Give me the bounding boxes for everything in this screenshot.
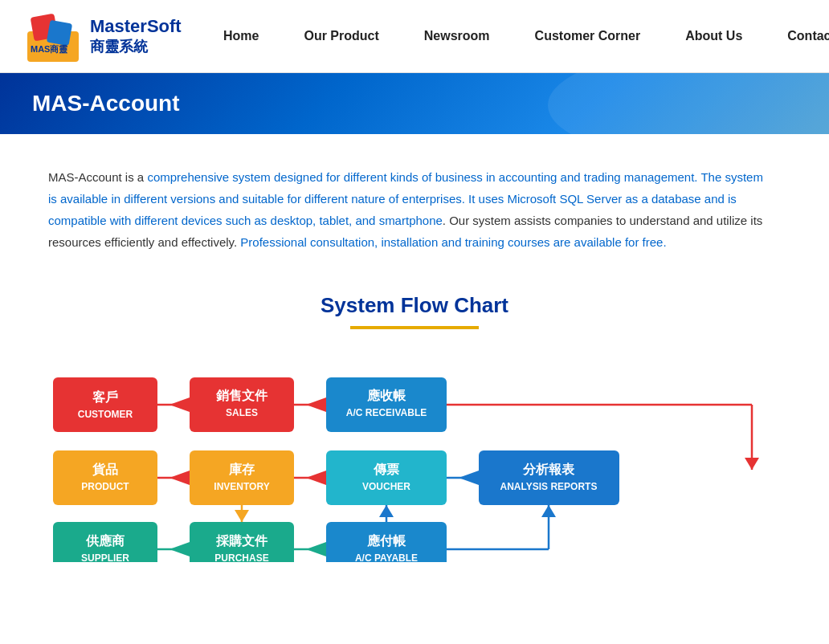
- svg-text:採購文件: 採購文件: [215, 533, 268, 548]
- svg-text:供應商: 供應商: [85, 533, 125, 548]
- brand-name-zh: 商靈系統: [90, 37, 182, 56]
- main-nav: Home Our Product Newsroom Customer Corne…: [201, 0, 829, 73]
- svg-text:應收帳: 應收帳: [366, 388, 406, 402]
- logo-text: MasterSoft 商靈系統: [90, 16, 182, 56]
- nav-newsroom[interactable]: Newsroom: [402, 0, 513, 73]
- svg-rect-35: [479, 450, 619, 505]
- svg-marker-19: [745, 458, 759, 470]
- logo-icon: MAS商靈: [24, 7, 82, 65]
- svg-rect-2: [47, 20, 72, 46]
- svg-text:庫存: 庫存: [228, 462, 255, 476]
- svg-text:PRODUCT: PRODUCT: [81, 481, 129, 492]
- banner-title: MAS-Account: [32, 91, 797, 116]
- svg-rect-20: [53, 450, 157, 505]
- svg-rect-4: [53, 377, 157, 432]
- svg-text:A/C RECEIVABLE: A/C RECEIVABLE: [346, 407, 427, 418]
- flow-diagram: 客戶 CUSTOMER 銷售文件 SALES 應收帳 A/C RECEIVABL…: [29, 361, 800, 562]
- svg-marker-57: [541, 505, 556, 517]
- page-banner: MAS-Account: [0, 73, 829, 134]
- svg-text:分析報表: 分析報表: [522, 463, 575, 476]
- svg-rect-30: [326, 450, 447, 505]
- svg-text:VOUCHER: VOUCHER: [362, 481, 410, 492]
- svg-text:SUPPLIER: SUPPLIER: [81, 552, 129, 562]
- flowchart-title: System Flow Chart: [16, 293, 813, 318]
- svg-text:貨品: 貨品: [92, 463, 118, 476]
- svg-rect-9: [190, 377, 294, 432]
- nav-about-us[interactable]: About Us: [663, 0, 765, 73]
- nav-customer-corner[interactable]: Customer Corner: [513, 0, 664, 73]
- svg-marker-52: [379, 505, 394, 517]
- product-description: MAS-Account is a comprehensive system de…: [48, 166, 771, 253]
- svg-rect-25: [190, 450, 294, 505]
- header: MAS商靈 MasterSoft 商靈系統 Home Our Product N…: [0, 0, 829, 73]
- nav-contact[interactable]: Contact: [765, 0, 829, 73]
- svg-text:傳票: 傳票: [373, 463, 400, 476]
- main-content: MAS-Account is a comprehensive system de…: [0, 134, 829, 269]
- logo-area: MAS商靈 MasterSoft 商靈系統: [24, 7, 201, 65]
- svg-text:A/C PAYABLE: A/C PAYABLE: [355, 552, 418, 562]
- flowchart-underline: [350, 326, 479, 329]
- nav-home[interactable]: Home: [201, 0, 281, 73]
- svg-marker-54: [235, 510, 249, 522]
- svg-text:MAS商靈: MAS商靈: [31, 44, 67, 54]
- svg-text:客戶: 客戶: [92, 389, 118, 404]
- svg-text:應付帳: 應付帳: [366, 533, 406, 548]
- svg-text:SALES: SALES: [226, 407, 258, 418]
- svg-text:ANALYSIS REPORTS: ANALYSIS REPORTS: [500, 481, 598, 492]
- svg-rect-14: [326, 377, 447, 432]
- brand-name-en: MasterSoft: [90, 16, 182, 37]
- nav-our-product[interactable]: Our Product: [281, 0, 401, 73]
- flowchart-section: System Flow Chart 客戶 CUSTOMER 銷售文件 SALES…: [0, 269, 829, 594]
- svg-text:CUSTOMER: CUSTOMER: [78, 409, 133, 420]
- svg-text:PURCHASE: PURCHASE: [214, 552, 268, 562]
- svg-text:銷售文件: 銷售文件: [215, 388, 268, 402]
- svg-text:INVENTORY: INVENTORY: [214, 481, 269, 492]
